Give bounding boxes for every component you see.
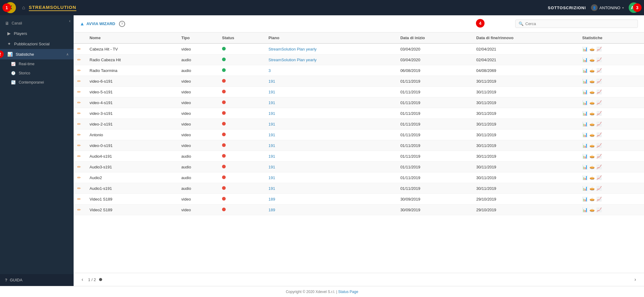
line-chart-icon[interactable]: 📈 xyxy=(596,111,602,116)
pie-chart-icon[interactable]: 🥧 xyxy=(589,111,595,116)
edit-icon[interactable]: ✏ xyxy=(77,89,81,94)
edit-icon[interactable]: ✏ xyxy=(77,143,81,148)
plan-link[interactable]: StreamSolution Plan yearly xyxy=(269,47,317,51)
bar-chart-icon[interactable]: 📊 xyxy=(582,111,588,116)
plan-link[interactable]: 191 xyxy=(269,100,275,105)
help-button[interactable]: ? xyxy=(119,21,125,27)
plan-link[interactable]: 191 xyxy=(269,165,275,169)
home-icon[interactable]: ⌂ xyxy=(22,5,25,10)
sidebar-item-contemporanei[interactable]: 📉 Contemporanei xyxy=(0,78,74,87)
row-end-cell: 30/11/2019 xyxy=(473,97,579,108)
plan-link[interactable]: 191 xyxy=(269,143,275,148)
bar-chart-icon[interactable]: 📊 xyxy=(582,143,588,148)
line-chart-icon[interactable]: 📈 xyxy=(596,132,602,137)
bar-chart-icon[interactable]: 📊 xyxy=(582,68,588,73)
sidebar-item-pubblicazioni[interactable]: ✦ Pubblicazioni Social xyxy=(0,39,74,49)
pie-chart-icon[interactable]: 🥧 xyxy=(589,68,595,73)
pie-chart-icon[interactable]: 🥧 xyxy=(589,143,595,148)
edit-icon[interactable]: ✏ xyxy=(77,164,81,169)
plan-link[interactable]: 191 xyxy=(269,175,275,180)
edit-icon[interactable]: ✏ xyxy=(77,122,81,126)
search-input[interactable] xyxy=(525,21,634,26)
plan-link[interactable]: 191 xyxy=(269,154,275,159)
bar-chart-icon[interactable]: 📊 xyxy=(582,132,588,137)
line-chart-icon[interactable]: 📈 xyxy=(596,57,602,62)
pie-chart-icon[interactable]: 🥧 xyxy=(589,197,595,201)
bar-chart-icon[interactable]: 📊 xyxy=(582,164,588,169)
bar-chart-icon[interactable]: 📊 xyxy=(582,79,588,84)
edit-icon[interactable]: ✏ xyxy=(77,175,81,180)
pie-chart-icon[interactable]: 🥧 xyxy=(589,79,595,84)
edit-icon[interactable]: ✏ xyxy=(77,197,81,201)
plan-link[interactable]: 191 xyxy=(269,133,275,137)
bar-chart-icon[interactable]: 📊 xyxy=(582,57,588,62)
plan-link[interactable]: 189 xyxy=(269,197,275,201)
pie-chart-icon[interactable]: 🥧 xyxy=(589,164,595,169)
line-chart-icon[interactable]: 📈 xyxy=(596,79,602,84)
line-chart-icon[interactable]: 📈 xyxy=(596,186,602,191)
line-chart-icon[interactable]: 📈 xyxy=(596,164,602,169)
plan-link[interactable]: 3 xyxy=(269,68,271,73)
bar-chart-icon[interactable]: 📊 xyxy=(582,89,588,94)
sidebar-item-realtime[interactable]: 📈 Real-time xyxy=(0,59,74,69)
pie-chart-icon[interactable]: 🥧 xyxy=(589,154,595,159)
bar-chart-icon[interactable]: 📊 xyxy=(582,154,588,159)
edit-icon[interactable]: ✏ xyxy=(77,207,81,212)
pie-chart-icon[interactable]: 🥧 xyxy=(589,57,595,62)
edit-icon[interactable]: ✏ xyxy=(77,68,81,73)
plan-link[interactable]: 191 xyxy=(269,79,275,84)
status-dot xyxy=(222,165,226,168)
pie-chart-icon[interactable]: 🥧 xyxy=(589,186,595,191)
edit-icon[interactable]: ✏ xyxy=(77,111,81,116)
edit-icon[interactable]: ✏ xyxy=(77,154,81,159)
line-chart-icon[interactable]: 📈 xyxy=(596,207,602,212)
bar-chart-icon[interactable]: 📊 xyxy=(582,47,588,51)
pie-chart-icon[interactable]: 🥧 xyxy=(589,100,595,105)
bar-chart-icon[interactable]: 📊 xyxy=(582,197,588,201)
line-chart-icon[interactable]: 📈 xyxy=(596,175,602,180)
pie-chart-icon[interactable]: 🥧 xyxy=(589,207,595,212)
avvia-wizard-button[interactable]: ▲ AVVIA WIZARD xyxy=(80,21,115,27)
edit-icon[interactable]: ✏ xyxy=(77,79,81,84)
edit-icon[interactable]: ✏ xyxy=(77,132,81,137)
bar-chart-icon[interactable]: 📊 xyxy=(582,207,588,212)
edit-icon[interactable]: ✏ xyxy=(77,186,81,191)
plan-link[interactable]: 189 xyxy=(269,208,275,212)
line-chart-icon[interactable]: 📈 xyxy=(596,89,602,94)
sidebar-item-storico[interactable]: 🕐 Storico xyxy=(0,69,74,78)
plan-link[interactable]: 191 xyxy=(269,90,275,94)
plan-link[interactable]: 191 xyxy=(269,111,275,116)
prev-page-button[interactable]: ‹ xyxy=(80,276,85,283)
pie-chart-icon[interactable]: 🥧 xyxy=(589,175,595,180)
user-info[interactable]: 👤 ANTONINO ▾ xyxy=(591,4,624,11)
edit-icon[interactable]: ✏ xyxy=(77,47,81,51)
line-chart-icon[interactable]: 📈 xyxy=(596,100,602,105)
pie-chart-icon[interactable]: 🥧 xyxy=(589,89,595,94)
status-page-link[interactable]: Status Page xyxy=(338,290,358,294)
next-page-button[interactable]: › xyxy=(633,276,638,283)
pie-chart-icon[interactable]: 🥧 xyxy=(589,132,595,137)
plan-link[interactable]: 191 xyxy=(269,186,275,191)
sottoscrizioni-button[interactable]: SOTTOSCRIZIONI xyxy=(548,6,586,10)
sidebar-item-statistiche[interactable]: 2 📊 Statistiche ∧ xyxy=(0,49,74,59)
bar-chart-icon[interactable]: 📊 xyxy=(582,186,588,191)
edit-icon[interactable]: ✏ xyxy=(77,100,81,105)
row-start-cell: 01/11/2019 xyxy=(397,151,473,162)
bar-chart-icon[interactable]: 📊 xyxy=(582,122,588,126)
bar-chart-icon[interactable]: 📊 xyxy=(582,100,588,105)
sidebar-item-guida[interactable]: ? GUIDA xyxy=(0,274,74,286)
pie-chart-icon[interactable]: 🥧 xyxy=(589,47,595,51)
sidebar-collapse-button[interactable]: ‹ xyxy=(69,18,71,23)
line-chart-icon[interactable]: 📈 xyxy=(596,47,602,51)
plan-link[interactable]: 191 xyxy=(269,122,275,126)
line-chart-icon[interactable]: 📈 xyxy=(596,143,602,148)
plan-link[interactable]: StreamSolution Plan yearly xyxy=(269,58,317,62)
bar-chart-icon[interactable]: 📊 xyxy=(582,175,588,180)
line-chart-icon[interactable]: 📈 xyxy=(596,197,602,201)
sidebar-item-players[interactable]: ▶ Players xyxy=(0,28,74,39)
line-chart-icon[interactable]: 📈 xyxy=(596,122,602,126)
line-chart-icon[interactable]: 📈 xyxy=(596,68,602,73)
pie-chart-icon[interactable]: 🥧 xyxy=(589,122,595,126)
line-chart-icon[interactable]: 📈 xyxy=(596,154,602,159)
edit-icon[interactable]: ✏ xyxy=(77,57,81,62)
